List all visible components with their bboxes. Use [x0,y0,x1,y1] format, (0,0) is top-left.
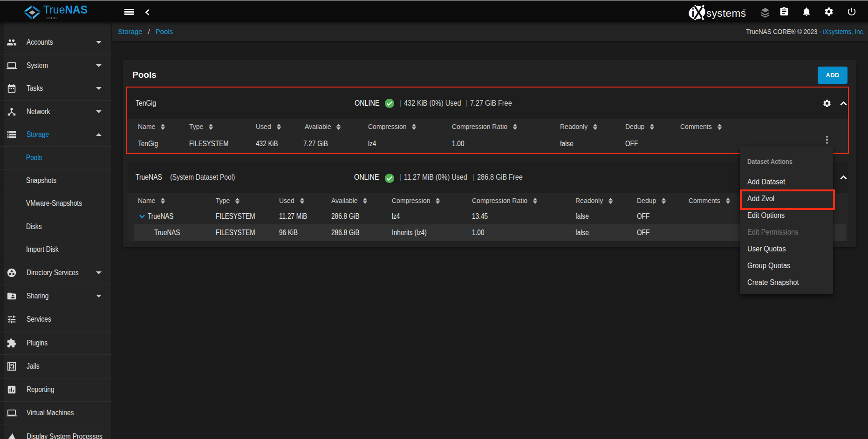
svg-text:™: ™ [743,9,745,12]
svg-text:i: i [691,7,695,19]
svg-text:systems: systems [706,7,746,19]
